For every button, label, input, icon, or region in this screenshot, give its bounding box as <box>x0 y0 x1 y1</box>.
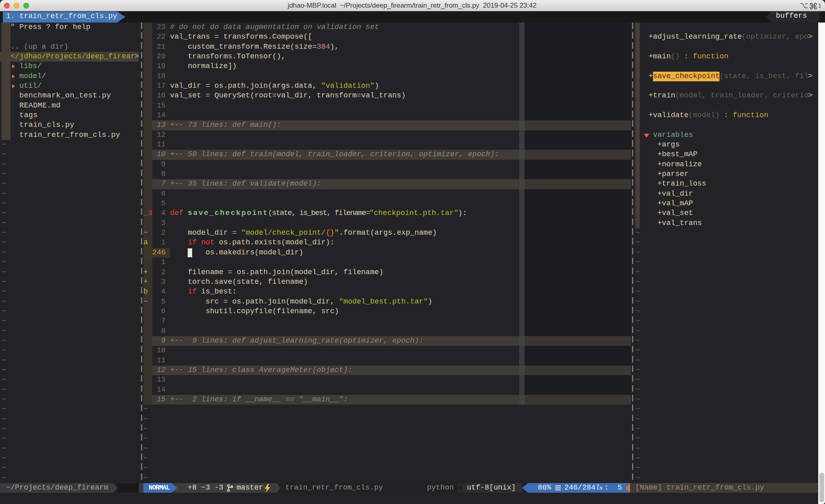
svg-text:1: 1 <box>818 2 821 9</box>
